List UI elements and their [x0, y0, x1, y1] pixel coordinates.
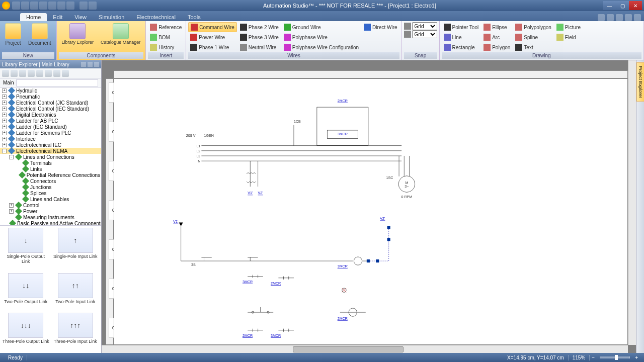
lib-tool[interactable] — [28, 70, 35, 77]
panel-help-icon[interactable] — [81, 62, 86, 67]
preview-item[interactable]: ↓↓Two-Pole Output Link — [2, 273, 50, 311]
preview-item[interactable]: ↑↑↑Three-Pole Input Link — [52, 313, 100, 351]
qat-btn[interactable] — [48, 2, 56, 10]
project-button[interactable]: Project — [2, 22, 24, 47]
pointer-tool-button[interactable]: Pointer Tool — [442, 22, 481, 32]
line-button[interactable]: Line — [442, 32, 481, 42]
preview-item[interactable]: ↑Single-Pole Input Link — [52, 228, 100, 271]
phase1-wire-button[interactable]: Phase 1 Wire — [188, 42, 236, 52]
library-tree[interactable]: +Hydraulic+Pneumatic+Electrical Control … — [0, 87, 101, 226]
lib-tool[interactable] — [45, 70, 52, 77]
tree-node[interactable]: Lines and Cables — [0, 196, 101, 202]
mdi-max-icon[interactable] — [625, 14, 632, 21]
tab-electrotechnical[interactable]: Electrotechnical — [130, 13, 182, 21]
command-wire-button[interactable]: Command Wire — [188, 22, 236, 32]
ground-wire-button[interactable]: Ground Wire — [282, 22, 361, 32]
lib-tool[interactable] — [36, 70, 43, 77]
tree-node[interactable]: Junctions — [0, 184, 101, 190]
panel-pin-icon[interactable] — [88, 62, 93, 67]
phase3-wire-button[interactable]: Phase 3 Wire — [238, 32, 281, 42]
spline-button[interactable]: Spline — [513, 32, 553, 42]
tree-expand-icon[interactable]: + — [2, 125, 7, 129]
tree-expand-icon[interactable]: + — [2, 101, 7, 105]
maximize-button[interactable]: ▢ — [616, 1, 629, 10]
lib-tool[interactable] — [19, 70, 26, 77]
snap-grid-x[interactable]: Grid — [404, 22, 437, 30]
power-wire-button[interactable]: Power Wire — [188, 32, 236, 42]
tree-node[interactable]: +Electrotechnical IEC — [0, 142, 101, 148]
tree-node[interactable]: Terminals — [0, 160, 101, 166]
tree-expand-icon[interactable]: + — [2, 119, 7, 123]
rectangle-button[interactable]: Rectangle — [442, 42, 481, 52]
tree-node[interactable]: +Ladder (IEC Standard) — [0, 124, 101, 130]
polyphase-config-button[interactable]: Polyphase Wire Configuration — [282, 42, 361, 52]
qat-btn[interactable] — [79, 2, 88, 10]
direct-wire-button[interactable]: Direct Wire — [362, 22, 399, 32]
tree-node[interactable]: +Pneumatic — [0, 94, 101, 100]
arc-button[interactable]: Arc — [481, 32, 512, 42]
help-icon[interactable] — [598, 14, 605, 21]
qat-btn[interactable] — [66, 2, 74, 10]
neutral-wire-button[interactable]: Neutral Wire — [238, 42, 281, 52]
close-button[interactable]: ✕ — [629, 1, 642, 10]
preview-item[interactable]: ↓↓↓Three-Pole Output Link — [2, 313, 50, 351]
qat-btn[interactable] — [39, 2, 47, 10]
tree-expand-icon[interactable]: + — [2, 113, 7, 117]
tree-expand-icon[interactable]: + — [2, 95, 7, 99]
lib-tool[interactable] — [62, 70, 69, 77]
tree-expand-icon[interactable]: + — [2, 88, 7, 93]
history-button[interactable]: History — [148, 42, 184, 52]
vertical-scrollbar[interactable] — [628, 60, 636, 345]
tree-node[interactable]: Connectors — [0, 178, 101, 184]
mdi-close-icon[interactable] — [634, 14, 641, 21]
preview-item[interactable]: ↑↑Two-Pole Input Link — [52, 273, 100, 311]
tab-edit[interactable]: Edit — [47, 13, 68, 21]
tree-node[interactable]: -Electrotechnical NEMA — [0, 148, 101, 154]
qat-btn[interactable] — [30, 2, 38, 10]
ellipse-button[interactable]: Ellipse — [481, 22, 512, 32]
drawing-canvas[interactable]: L1 L2 L3 N 208 V 1GEN 2MCR 3MCR 1CB M — [114, 78, 628, 345]
minimize-button[interactable]: — — [603, 1, 616, 10]
tree-expand-icon[interactable]: + — [2, 131, 7, 135]
tree-node[interactable]: +Control — [0, 202, 101, 208]
reference-button[interactable]: Reference — [148, 22, 184, 32]
tree-node[interactable]: +Digital Electronics — [0, 112, 101, 118]
bom-button[interactable]: BOM — [148, 32, 184, 42]
tree-expand-icon[interactable]: - — [9, 155, 14, 159]
tree-node[interactable]: Links — [0, 166, 101, 172]
tree-node[interactable]: Measuring Instruments — [0, 214, 101, 220]
tree-node[interactable]: +Hydraulic — [0, 87, 101, 94]
tree-node[interactable]: -Lines and Connections — [0, 154, 101, 160]
tree-expand-icon[interactable]: + — [9, 203, 14, 208]
tab-home[interactable]: Home — [20, 13, 47, 21]
tab-view[interactable]: View — [68, 13, 93, 21]
lib-tool[interactable] — [11, 70, 18, 77]
tree-expand-icon[interactable]: - — [2, 149, 7, 153]
snap-grid-y[interactable]: Grid — [404, 30, 437, 38]
catalogue-manager-button[interactable]: Catalogue Manager — [98, 22, 143, 46]
tab-simulation[interactable]: Simulation — [93, 13, 130, 21]
tree-expand-icon[interactable]: + — [9, 209, 14, 214]
zoom-out-icon[interactable]: − — [590, 355, 597, 360]
min-ribbon-icon[interactable] — [607, 14, 614, 21]
polygon-button[interactable]: Polygon — [481, 42, 512, 52]
qat-btn[interactable] — [57, 2, 65, 10]
picture-button[interactable]: Picture — [554, 22, 583, 32]
tree-expand-icon[interactable]: + — [2, 143, 7, 147]
zoom-slider[interactable] — [600, 356, 630, 358]
field-button[interactable]: Field — [554, 32, 583, 42]
tree-node[interactable]: +Interface — [0, 136, 101, 142]
polyphase-wire-button[interactable]: Polyphase Wire — [282, 32, 361, 42]
tree-node[interactable]: Splices — [0, 190, 101, 196]
qat-btn[interactable] — [89, 2, 97, 10]
qat-btn[interactable] — [21, 2, 29, 10]
lib-search-input[interactable] — [16, 79, 98, 86]
library-explorer-button[interactable]: Library Explorer — [59, 22, 97, 46]
tree-node[interactable]: +Electrical Control (JIC Standard) — [0, 100, 101, 106]
mdi-min-icon[interactable] — [616, 14, 623, 21]
zoom-in-icon[interactable]: + — [633, 355, 640, 360]
tree-node[interactable]: +Ladder for Siemens PLC — [0, 130, 101, 136]
text-button[interactable]: Text — [513, 42, 553, 52]
tree-node[interactable]: +Electrical Control (IEC Standard) — [0, 106, 101, 112]
tree-expand-icon[interactable]: + — [2, 137, 7, 141]
